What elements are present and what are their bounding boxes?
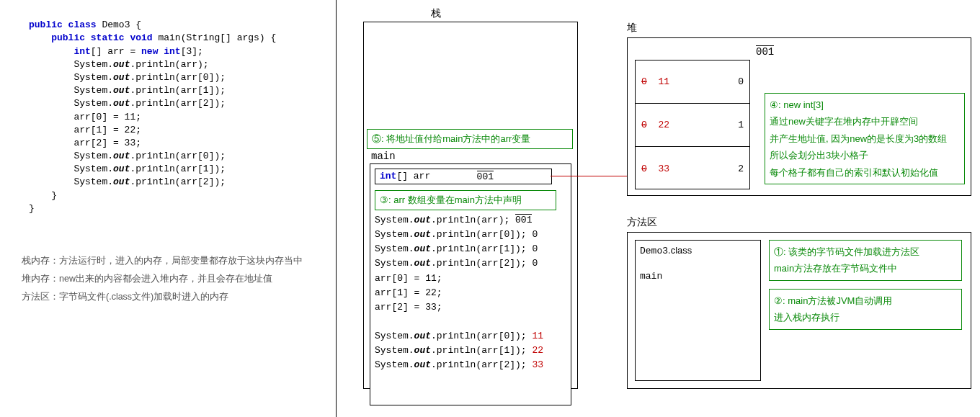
note-stack: 栈内存：方法运行时，进入的内存，局部变量都存放于这块内存当中 xyxy=(22,252,303,270)
stack-code: System.out.println(arr); 001 System.out.… xyxy=(375,213,543,373)
heap-title: 堆 xyxy=(627,22,637,35)
cell-index: 2 xyxy=(738,163,744,174)
main-method: main xyxy=(640,271,756,282)
note-1: ①: 该类的字节码文件加载进方法区 main方法存放在字节码文件中 xyxy=(769,240,962,281)
kw: public static void xyxy=(29,32,153,43)
note-5: ⑤: 将地址值付给main方法中的arr变量 xyxy=(367,129,573,149)
kw: public class xyxy=(29,19,97,30)
note-method-area: 方法区：字节码文件(.class文件)加载时进入的内存 xyxy=(22,288,303,306)
source-code: public class Demo3 { public static void … xyxy=(29,6,276,215)
kw: int xyxy=(29,46,91,57)
stack-title: 栈 xyxy=(431,7,441,20)
cell-index: 0 xyxy=(738,76,744,87)
addr-value: 001 xyxy=(477,171,494,182)
heap-addr: 001 xyxy=(756,45,774,58)
class-ext: .class xyxy=(668,245,692,256)
cell-index: 1 xyxy=(738,120,744,130)
array-cell-0: 0 11 0 xyxy=(636,60,749,104)
main-label: main xyxy=(371,151,396,162)
vertical-divider xyxy=(336,0,337,417)
heap-box: 0 11 0 0 22 1 0 33 2 001 ④: new int[3] 通… xyxy=(627,37,971,196)
array-cell-1: 0 22 1 xyxy=(636,104,749,147)
stack-frame-main: int[] arr 001 ③: arr 数组变量在main方法中声明 Syst… xyxy=(370,163,571,405)
note-heap: 堆内存：new出来的内容都会进入堆内存，并且会存在地址值 xyxy=(22,270,303,288)
memory-notes: 栈内存：方法运行时，进入的内存，局部变量都存放于这块内存当中 堆内存：new出来… xyxy=(22,252,303,306)
method-area-title: 方法区 xyxy=(627,216,657,229)
note-4: ④: new int[3] 通过new关键字在堆内存中开辟空间 并产生地址值, … xyxy=(765,93,965,184)
pointer-arrow xyxy=(551,176,637,176)
note-3: ③: arr 数组变量在main方法中声明 xyxy=(375,190,556,210)
array-cell-2: 0 33 2 xyxy=(636,147,749,190)
method-area-box: Demo3.class main ①: 该类的字节码文件加载进方法区 main方… xyxy=(627,232,971,389)
arr-variable: int[] arr 001 xyxy=(375,169,552,184)
array-object: 0 11 0 0 22 1 0 33 2 xyxy=(635,60,750,189)
note-2: ②: main方法被JVM自动调用 进入栈内存执行 xyxy=(769,289,962,330)
stack-box: ⑤: 将地址值付给main方法中的arr变量 main int[] arr 00… xyxy=(363,22,578,389)
class-name: Demo3.class xyxy=(640,245,756,256)
class-file-box: Demo3.class main xyxy=(635,240,761,381)
